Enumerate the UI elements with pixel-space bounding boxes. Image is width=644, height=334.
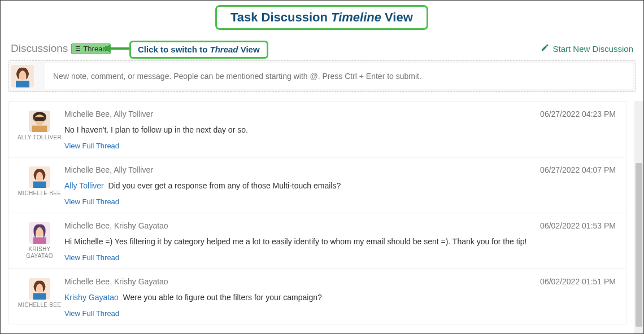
list-view-icon: ☰ — [75, 45, 81, 52]
start-new-discussion-button[interactable]: Start New Discussion — [541, 43, 633, 54]
view-full-thread-link[interactable]: View Full Thread — [64, 253, 616, 262]
participants: Michelle Bee, Ally Tolliver — [64, 109, 153, 118]
participants: Michelle Bee, Krishy Gayatao — [64, 221, 168, 230]
annotation-title-suffix: View — [381, 10, 413, 24]
mention-link[interactable]: Ally Tolliver — [64, 181, 104, 190]
message-text: No I haven't. I plan to follow up in the… — [64, 125, 248, 134]
mention-link[interactable]: Krishy Gayatao — [64, 293, 119, 302]
item-avatar-col: MICHELLE BEE — [15, 165, 64, 206]
pencil-icon — [541, 43, 549, 54]
svg-marker-1 — [102, 45, 110, 52]
svg-rect-4 — [16, 81, 29, 87]
annotation-callout-suffix: View — [238, 45, 260, 54]
annotation-title: Task Discussion Timeline View — [215, 5, 428, 30]
avatar-name: MICHELLE BEE — [18, 190, 61, 197]
svg-rect-11 — [33, 182, 46, 188]
message-body: No I haven't. I plan to follow up in the… — [64, 124, 616, 136]
annotation-callout-prefix: Click to switch to — [138, 45, 210, 54]
vertical-scrollbar[interactable] — [634, 101, 643, 333]
svg-rect-14 — [33, 238, 46, 244]
compose-avatar — [11, 65, 34, 87]
item-avatar-col: KRISHY GAYATAO — [15, 221, 64, 262]
timestamp: 06/27/2022 04:07 PM — [540, 165, 616, 174]
avatar — [29, 278, 50, 300]
discussion-item: ALLY TOLLIVER Michelle Bee, Ally Tollive… — [9, 102, 626, 157]
discussions-heading: Discussions — [11, 42, 68, 55]
discussion-item: MICHELLE BEE Michelle Bee, Krishy Gayata… — [9, 269, 626, 324]
annotation-title-italic: Timeline — [331, 10, 381, 24]
svg-rect-8 — [32, 126, 47, 132]
message-body: Ally Tolliver Did you ever get a respons… — [64, 180, 616, 192]
annotation-callout-italic: Thread — [210, 45, 238, 54]
message-body: Krishy Gayatao Were you able to figure o… — [64, 292, 616, 304]
item-avatar-col: ALLY TOLLIVER — [15, 109, 64, 150]
discussion-item: KRISHY GAYATAO Michelle Bee, Krishy Gaya… — [9, 213, 626, 269]
message-text: Hi Michelle =) Yes filtering it by categ… — [64, 237, 526, 246]
annotation-title-prefix: Task Discussion — [230, 10, 331, 24]
participants: Michelle Bee, Ally Tolliver — [64, 165, 153, 174]
discussion-list: ALLY TOLLIVER Michelle Bee, Ally Tollive… — [8, 101, 626, 324]
avatar-name: MICHELLE BEE — [18, 302, 61, 309]
avatar-name: KRISHY GAYATAO — [15, 246, 64, 260]
header-left: Discussions ☰ Thread — [11, 42, 111, 55]
scrollbar-thumb[interactable] — [636, 163, 642, 327]
message-body: Hi Michelle =) Yes filtering it by categ… — [64, 236, 616, 248]
participants: Michelle Bee, Krishy Gayatao — [64, 277, 168, 286]
svg-rect-7 — [34, 117, 45, 121]
view-full-thread-link[interactable]: View Full Thread — [64, 309, 616, 318]
view-full-thread-link[interactable]: View Full Thread — [64, 197, 616, 206]
annotation-callout: Click to switch to Thread View — [129, 41, 268, 59]
annotation-arrow-icon — [102, 43, 129, 54]
start-new-discussion-label: Start New Discussion — [552, 44, 633, 54]
item-avatar-col: MICHELLE BEE — [15, 277, 64, 318]
view-full-thread-link[interactable]: View Full Thread — [64, 142, 616, 150]
compose-input[interactable] — [45, 63, 633, 89]
avatar — [29, 166, 50, 188]
timestamp: 06/02/2022 01:53 PM — [540, 221, 616, 230]
avatar — [29, 111, 50, 132]
svg-rect-17 — [33, 293, 46, 300]
avatar — [29, 222, 50, 244]
message-text: Did you ever get a response from any of … — [108, 181, 341, 190]
avatar-name: ALLY TOLLIVER — [18, 134, 62, 141]
timestamp: 06/02/2022 01:51 PM — [540, 277, 616, 286]
discussion-item: MICHELLE BEE Michelle Bee, Ally Tolliver… — [9, 157, 626, 213]
message-text: Were you able to figure out the filters … — [123, 293, 322, 302]
timestamp: 06/27/2022 04:23 PM — [540, 109, 616, 118]
compose-row — [8, 60, 636, 92]
